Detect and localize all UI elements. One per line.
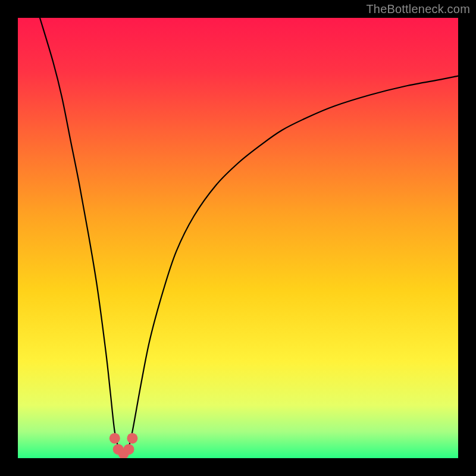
bottleneck-curve <box>40 18 458 454</box>
optimal-marker <box>123 444 134 455</box>
optimal-marker <box>109 433 120 444</box>
optimal-range-markers <box>109 433 138 458</box>
plot-area <box>18 18 458 458</box>
curve-layer <box>18 18 458 458</box>
watermark-text: TheBottleneck.com <box>366 2 470 16</box>
optimal-marker <box>127 433 137 444</box>
chart-frame: TheBottleneck.com <box>0 0 476 476</box>
